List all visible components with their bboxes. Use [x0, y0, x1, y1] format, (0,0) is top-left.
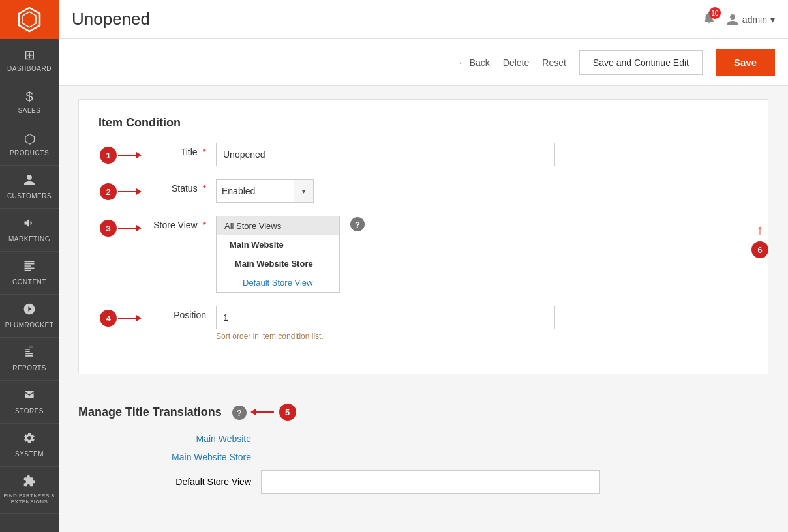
- sidebar-item-extensions[interactable]: FIND PARTNERS & EXTENSIONS: [0, 467, 59, 514]
- section-title: Item Condition: [98, 116, 748, 130]
- step-5-badge: 5: [279, 404, 296, 421]
- store-view-default[interactable]: Default Store View: [217, 273, 339, 292]
- title-field: [216, 143, 748, 166]
- admin-username: admin: [742, 14, 767, 25]
- status-field: Enabled Disabled ▾: [216, 179, 748, 203]
- notification-badge: 10: [709, 7, 721, 19]
- content-area: Item Condition 1 Title *: [59, 86, 788, 532]
- delete-label: Delete: [503, 57, 529, 68]
- store-view-main-website[interactable]: Main Website: [217, 235, 339, 254]
- plumrocket-icon: [23, 303, 36, 319]
- title-label: Title *: [181, 147, 206, 157]
- stores-icon: [23, 389, 36, 405]
- store-view-help-icon[interactable]: ?: [350, 217, 365, 231]
- store-view-all[interactable]: All Store Views: [217, 216, 339, 235]
- main-website-row: Main Website: [78, 434, 768, 444]
- manage-title-header: Manage Title Translations ? 5: [78, 404, 768, 421]
- step-1-badge: 1: [100, 147, 117, 164]
- step-2-badge: 2: [100, 183, 117, 200]
- sidebar-item-label: CUSTOMERS: [7, 192, 52, 200]
- default-store-view-input[interactable]: [261, 470, 600, 494]
- customers-icon: [23, 173, 36, 190]
- status-field-row: 2 Status * Enabled: [98, 179, 748, 203]
- back-label: ← Back: [458, 57, 490, 68]
- store-view-label: Store View *: [153, 220, 206, 230]
- store-view-field: All Store Views Main Website Main Websit…: [216, 216, 748, 293]
- position-label: Position: [174, 310, 206, 320]
- products-icon: ⬡: [24, 131, 35, 147]
- position-field-row: 4 Position Sort order in item condition …: [98, 306, 748, 341]
- sidebar-item-label: DASHBOARD: [7, 65, 52, 73]
- sidebar-item-reports[interactable]: REPORTS: [0, 338, 59, 381]
- step-4-badge: 4: [100, 310, 117, 327]
- sidebar-item-sales[interactable]: $ SALES: [0, 81, 59, 123]
- position-hint: Sort order in item condition list.: [216, 332, 748, 341]
- main-website-store-row: Main Website Store: [78, 452, 768, 462]
- save-button[interactable]: Save: [716, 49, 775, 76]
- system-icon: [23, 432, 36, 448]
- sidebar-item-label: REPORTS: [12, 364, 46, 372]
- reports-icon: [23, 346, 36, 362]
- store-view-list: All Store Views Main Website Main Websit…: [216, 216, 340, 293]
- content-icon: [23, 259, 36, 276]
- main-content: Unopened 10 admin ▾ ← Back Delete Reset …: [59, 0, 788, 532]
- step-3-badge: 3: [100, 220, 117, 237]
- store-view-main-website-store[interactable]: Main Website Store: [217, 254, 339, 273]
- main-website-store-link[interactable]: Main Website Store: [172, 452, 251, 462]
- sidebar-item-system[interactable]: SYSTEM: [0, 424, 59, 467]
- sidebar-item-plumrocket[interactable]: PLUMROCKET: [0, 295, 59, 338]
- item-condition-section: Item Condition 1 Title *: [78, 99, 768, 374]
- status-select[interactable]: Enabled Disabled: [216, 179, 294, 203]
- admin-chevron-icon: ▾: [770, 14, 775, 25]
- manage-title-heading: Manage Title Translations: [78, 406, 222, 419]
- delete-button[interactable]: Delete: [503, 57, 529, 68]
- sidebar: ⊞ DASHBOARD $ SALES ⬡ PRODUCTS CUSTOMERS…: [0, 0, 59, 532]
- title-input[interactable]: [216, 143, 555, 166]
- sidebar-item-marketing[interactable]: MARKETING: [0, 209, 59, 252]
- reset-button[interactable]: Reset: [542, 57, 566, 68]
- action-bar: ← Back Delete Reset Save and Continue Ed…: [59, 39, 788, 86]
- sidebar-logo[interactable]: [0, 0, 59, 39]
- svg-marker-1: [23, 12, 36, 27]
- extensions-icon: [23, 475, 36, 491]
- sales-icon: $: [25, 89, 33, 104]
- position-input[interactable]: [216, 306, 555, 329]
- step-6-indicator: ↑ 6: [751, 222, 768, 258]
- admin-user-menu[interactable]: admin ▾: [726, 13, 775, 26]
- default-store-view-field: [261, 470, 768, 494]
- status-label: Status *: [172, 183, 206, 194]
- position-field: Sort order in item condition list.: [216, 306, 748, 341]
- title-field-row: 1 Title *: [98, 143, 748, 166]
- required-star: *: [203, 147, 206, 157]
- main-website-store-label: Main Website Store: [78, 452, 261, 462]
- required-star-3: *: [203, 220, 206, 230]
- status-select-wrapper: Enabled Disabled ▾: [216, 179, 748, 203]
- step-6-badge: 6: [751, 241, 768, 258]
- main-website-link[interactable]: Main Website: [196, 434, 251, 444]
- sidebar-item-label: PRODUCTS: [10, 149, 49, 157]
- manage-title-help-icon[interactable]: ?: [232, 406, 247, 420]
- sidebar-item-label: SALES: [18, 107, 41, 115]
- topbar-right: 10 admin ▾: [702, 10, 775, 28]
- manage-title-section: Manage Title Translations ? 5: [78, 391, 768, 514]
- sidebar-item-products[interactable]: ⬡ PRODUCTS: [0, 123, 59, 166]
- reset-label: Reset: [542, 57, 566, 68]
- default-store-view-text: Default Store View: [175, 477, 251, 487]
- sidebar-item-stores[interactable]: STORES: [0, 381, 59, 424]
- sidebar-item-label: STORES: [15, 407, 44, 415]
- save-continue-button[interactable]: Save and Continue Edit: [579, 50, 703, 75]
- back-button[interactable]: ← Back: [458, 57, 490, 68]
- notification-button[interactable]: 10: [702, 10, 716, 28]
- status-dropdown-btn[interactable]: ▾: [294, 179, 314, 203]
- sidebar-item-label: FIND PARTNERS & EXTENSIONS: [3, 494, 55, 505]
- sidebar-item-customers[interactable]: CUSTOMERS: [0, 166, 59, 209]
- sidebar-item-label: CONTENT: [12, 278, 46, 286]
- marketing-icon: [23, 216, 36, 233]
- dashboard-icon: ⊞: [24, 47, 35, 63]
- main-website-label: Main Website: [78, 434, 261, 444]
- page-title: Unopened: [72, 9, 702, 29]
- store-view-field-row: 3 Store View * All Store Views Main: [98, 216, 748, 293]
- sidebar-item-label: PLUMROCKET: [5, 321, 53, 329]
- sidebar-item-dashboard[interactable]: ⊞ DASHBOARD: [0, 39, 59, 81]
- sidebar-item-content[interactable]: CONTENT: [0, 252, 59, 295]
